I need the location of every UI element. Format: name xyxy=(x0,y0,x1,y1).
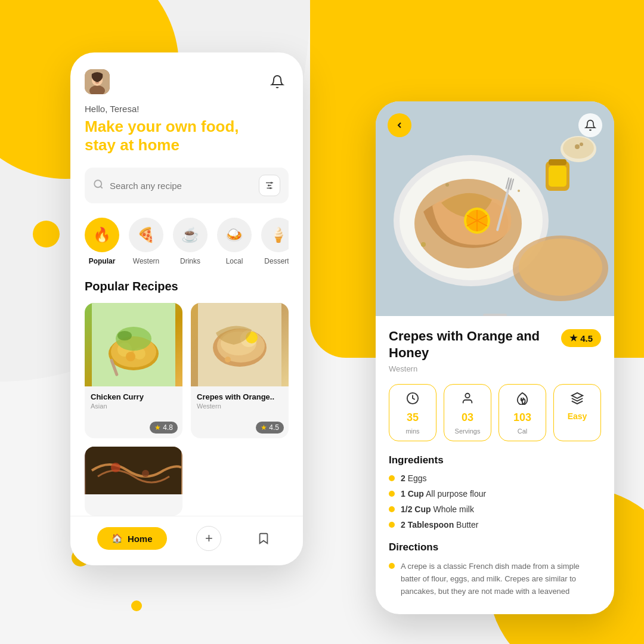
time-label: mins xyxy=(405,428,419,435)
svg-line-7 xyxy=(100,186,102,188)
rating-value: 4.5 xyxy=(580,333,593,343)
svg-point-6 xyxy=(94,180,101,187)
svg-point-21 xyxy=(117,331,132,340)
drinks-label: Drinks xyxy=(180,257,200,265)
header-row xyxy=(85,69,289,94)
avatar-image xyxy=(85,69,110,94)
ingredient-dot xyxy=(389,506,395,512)
cal-label: Cal xyxy=(518,428,528,435)
directions-heading: Directions xyxy=(389,541,601,553)
ingredient-eggs: 2 Eggs xyxy=(389,473,601,483)
phone-left: Hello, Teresa! Make your own food, stay … xyxy=(70,52,303,565)
svg-rect-49 xyxy=(549,166,566,187)
svg-rect-50 xyxy=(549,159,566,165)
search-input[interactable] xyxy=(110,181,253,191)
ingredients-heading: Ingredients xyxy=(389,454,601,466)
ingredient-flour: 1 Cup All purpose flour xyxy=(389,489,601,499)
directions-dot xyxy=(389,563,395,569)
crepes-rating: ★ 4.5 xyxy=(256,422,284,434)
difficulty-value: Easy xyxy=(568,411,587,421)
crepes-info: Crepes with Orange.. Western xyxy=(191,386,289,417)
svg-point-56 xyxy=(519,239,602,296)
popular-label: Popular xyxy=(89,257,116,265)
svg-point-33 xyxy=(142,470,149,477)
chicken-curry-rating: ★ 4.8 xyxy=(150,422,178,434)
svg-point-11 xyxy=(271,182,273,184)
servings-value: 03 xyxy=(462,411,473,424)
category-popular[interactable]: 🔥 Popular xyxy=(85,218,119,265)
greeting-small: Hello, Teresa! xyxy=(85,104,289,114)
greeting-large: Make your own food, stay at home xyxy=(85,117,289,154)
recipe-card-crepes[interactable]: ★ 4.5 Crepes with Orange.. Western xyxy=(191,303,289,438)
category-western[interactable]: 🍕 Western xyxy=(129,218,163,265)
western-icon: 🍕 xyxy=(129,218,163,252)
category-local[interactable]: 🍛 Local xyxy=(217,218,252,265)
hero-food-image xyxy=(376,101,614,316)
desserts-label: Desserts xyxy=(264,257,289,265)
local-icon: 🍛 xyxy=(217,218,252,252)
svg-point-32 xyxy=(111,463,120,472)
svg-rect-31 xyxy=(86,447,181,494)
recipe-card-noodles[interactable] xyxy=(85,447,182,516)
ingredients-list: 2 Eggs 1 Cup All purpose flour 1/2 Cup W… xyxy=(389,473,601,530)
ingredient-dot xyxy=(389,475,395,481)
recipe-card-chicken-curry[interactable]: ★ 4.8 Chicken Curry Asian xyxy=(85,303,182,438)
bottom-nav: 🏠 Home + xyxy=(70,516,303,565)
svg-point-54 xyxy=(580,143,583,146)
detail-content: Crepes with Orange and Honey ★ 4.5 Weste… xyxy=(376,316,614,614)
stats-row: 35 mins 03 Servings xyxy=(389,384,601,441)
svg-point-53 xyxy=(575,144,580,149)
drag-handle xyxy=(483,314,507,316)
local-label: Local xyxy=(226,257,243,265)
svg-point-58 xyxy=(518,190,520,192)
clock-icon xyxy=(406,392,419,408)
bookmark-button[interactable] xyxy=(251,526,276,551)
svg-point-19 xyxy=(126,352,135,361)
person-icon xyxy=(461,392,474,408)
home-label: Home xyxy=(128,534,153,544)
desserts-icon: 🍦 xyxy=(261,218,289,252)
category-drinks[interactable]: ☕ Drinks xyxy=(173,218,208,265)
home-icon: 🏠 xyxy=(112,533,123,544)
rating-badge: ★ 4.5 xyxy=(561,329,601,347)
crepes-name: Crepes with Orange.. xyxy=(197,392,283,401)
flame-icon xyxy=(516,392,529,408)
servings-label: Servings xyxy=(455,428,481,435)
filter-button[interactable] xyxy=(259,175,280,196)
notification-button[interactable] xyxy=(266,70,289,93)
recipes-grid: ★ 4.8 Chicken Curry Asian xyxy=(85,303,289,516)
svg-point-30 xyxy=(225,357,231,363)
crepes-category: Western xyxy=(197,402,283,410)
search-icon xyxy=(93,179,104,193)
noodles-image xyxy=(85,447,182,494)
directions-content: A crepe is a classic French dish made fr… xyxy=(389,561,601,597)
popular-section-title: Popular Recipes xyxy=(85,280,289,293)
add-button[interactable]: + xyxy=(196,526,221,551)
ingredient-butter: 2 Tablespoon Butter xyxy=(389,520,601,530)
recipe-title: Crepes with Orange and Honey xyxy=(389,328,555,361)
star-icon: ★ xyxy=(569,333,577,343)
svg-marker-62 xyxy=(572,393,583,398)
chicken-curry-category: Asian xyxy=(91,402,177,410)
detail-notification-button[interactable] xyxy=(578,113,602,137)
stat-servings: 03 Servings xyxy=(444,384,491,441)
ingredient-dot xyxy=(389,522,395,528)
recipe-category: Western xyxy=(389,364,601,373)
ingredient-dot xyxy=(389,491,395,497)
stat-calories: 103 Cal xyxy=(499,384,546,441)
time-value: 35 xyxy=(407,411,419,424)
plus-icon: + xyxy=(205,531,213,546)
svg-point-61 xyxy=(465,394,469,398)
category-desserts[interactable]: 🍦 Desserts xyxy=(261,218,289,265)
categories-row: 🔥 Popular 🍕 Western ☕ Drinks 🍛 Local 🍦 xyxy=(85,218,289,265)
title-row: Crepes with Orange and Honey ★ 4.5 xyxy=(389,328,601,361)
search-bar xyxy=(85,168,289,203)
western-label: Western xyxy=(133,257,159,265)
phone-right: Crepes with Orange and Honey ★ 4.5 Weste… xyxy=(376,101,614,614)
popular-icon: 🔥 xyxy=(85,218,119,252)
back-button[interactable] xyxy=(388,113,411,137)
crepes-image xyxy=(191,303,289,386)
ingredient-milk: 1/2 Cup Whole milk xyxy=(389,504,601,514)
svg-point-13 xyxy=(270,187,271,189)
home-button[interactable]: 🏠 Home xyxy=(97,527,167,550)
